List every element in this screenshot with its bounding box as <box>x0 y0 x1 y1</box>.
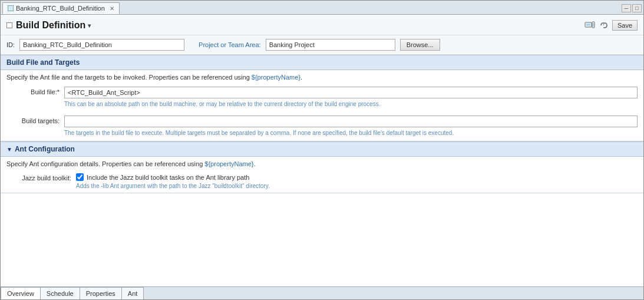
tab-ant[interactable]: Ant <box>121 287 144 299</box>
build-file-description: Specify the Ant file and the targets to … <box>1 70 643 83</box>
build-file-field-wrap: This can be an absolute path on the buil… <box>64 87 638 108</box>
title-dropdown-icon[interactable]: ▾ <box>88 22 91 29</box>
tab-schedule[interactable]: Schedule <box>40 287 80 299</box>
build-file-title: Build File and Targets <box>6 58 638 67</box>
ant-config-title-text: Ant Configuration <box>15 145 75 153</box>
build-targets-label: Build targets: <box>6 116 60 124</box>
ant-config-collapse-icon[interactable]: ▼ <box>6 146 12 153</box>
tab-label: Banking_RTC_Build_Definition <box>16 5 105 12</box>
tab-ant-label: Ant <box>128 290 138 297</box>
link-icon <box>599 21 609 30</box>
build-file-title-text: Build File and Targets <box>6 58 80 67</box>
save-button[interactable]: Save <box>612 20 638 31</box>
id-row: ID: Project or Team Area: Browse... <box>1 35 643 55</box>
build-file-desc-start: Specify the Ant file and the targets to … <box>6 74 252 81</box>
link-icon-button[interactable] <box>598 19 610 31</box>
editor-tab[interactable]: Banking_RTC_Build_Definition ✕ <box>2 2 120 14</box>
window-controls: ─ □ <box>622 4 642 12</box>
browse-button[interactable]: Browse... <box>400 39 440 51</box>
build-targets-row: Build targets: The targets in the build … <box>1 112 643 141</box>
jazz-toolkit-check-row: Include the Jazz build toolkit tasks on … <box>76 173 270 181</box>
ant-config-desc-end: . <box>253 160 255 167</box>
jazz-toolkit-wrap: Include the Jazz build toolkit tasks on … <box>76 173 270 189</box>
header-row: Build Definition ▾ <box>1 15 643 35</box>
tab-overview-label: Overview <box>7 290 34 297</box>
page-title-text: Build Definition <box>16 20 85 31</box>
bottom-tab-bar: Overview Schedule Properties Ant <box>1 286 643 299</box>
build-file-label: Build file:* <box>6 87 60 95</box>
tools-icon <box>584 21 595 30</box>
main-window: Banking_RTC_Build_Definition ✕ ─ □ Build… <box>0 0 644 300</box>
jazz-toolkit-check-label: Include the Jazz build toolkit tasks on … <box>87 174 249 181</box>
tab-schedule-label: Schedule <box>47 290 74 297</box>
svg-rect-1 <box>586 24 590 26</box>
ant-config-title: ▼ Ant Configuration <box>6 145 638 153</box>
ant-config-section: ▼ Ant Configuration Specify Ant configur… <box>1 141 643 193</box>
build-definition-icon <box>6 22 12 28</box>
tab-overview[interactable]: Overview <box>1 287 41 299</box>
build-file-desc-end: . <box>300 74 302 81</box>
jazz-toolkit-label: Jazz build toolkit: <box>6 173 71 182</box>
svg-rect-3 <box>593 23 594 27</box>
project-input[interactable] <box>266 39 395 51</box>
page-title: Build Definition ▾ <box>16 20 91 31</box>
restore-button[interactable]: □ <box>632 4 642 12</box>
build-file-section-header: Build File and Targets <box>1 55 643 70</box>
tab-bar: Banking_RTC_Build_Definition ✕ ─ □ <box>1 1 643 15</box>
jazz-toolkit-checkbox[interactable] <box>76 173 84 181</box>
id-input[interactable] <box>19 39 184 51</box>
minimize-button[interactable]: ─ <box>622 4 631 12</box>
tab-close-icon[interactable]: ✕ <box>110 5 114 12</box>
build-targets-input[interactable] <box>64 116 638 127</box>
build-file-section: Build File and Targets Specify the Ant f… <box>1 55 643 141</box>
id-label: ID: <box>6 41 15 48</box>
main-area: Build Definition ▾ <box>1 15 643 299</box>
ant-config-description: Specify Ant configuration details. Prope… <box>1 157 643 170</box>
jazz-toolkit-hint: Adds the -lib Ant argument with the path… <box>76 183 270 189</box>
build-icon-button[interactable] <box>584 19 596 31</box>
jazz-toolkit-row: Jazz build toolkit: Include the Jazz bui… <box>1 170 643 193</box>
project-label: Project or Team Area: <box>199 41 261 48</box>
build-file-row: Build file:* This can be an absolute pat… <box>1 83 643 112</box>
header-actions: Save <box>584 19 638 31</box>
content-area[interactable]: Build File and Targets Specify the Ant f… <box>1 55 643 286</box>
ant-config-desc-start: Specify Ant configuration details. Prope… <box>6 160 204 167</box>
build-file-hint: This can be an absolute path on the buil… <box>64 100 638 108</box>
tab-properties-label: Properties <box>86 290 115 297</box>
ant-config-section-header: ▼ Ant Configuration <box>1 141 643 157</box>
build-file-input[interactable] <box>64 87 638 98</box>
build-file-property-ref: ${propertyName} <box>252 74 300 81</box>
tab-properties[interactable]: Properties <box>80 287 122 299</box>
build-targets-hint: The targets in the build file to execute… <box>64 129 638 137</box>
tab-icon <box>8 5 14 11</box>
ant-config-property-ref: ${propertyName} <box>204 160 253 167</box>
build-targets-field-wrap: The targets in the build file to execute… <box>64 116 638 137</box>
